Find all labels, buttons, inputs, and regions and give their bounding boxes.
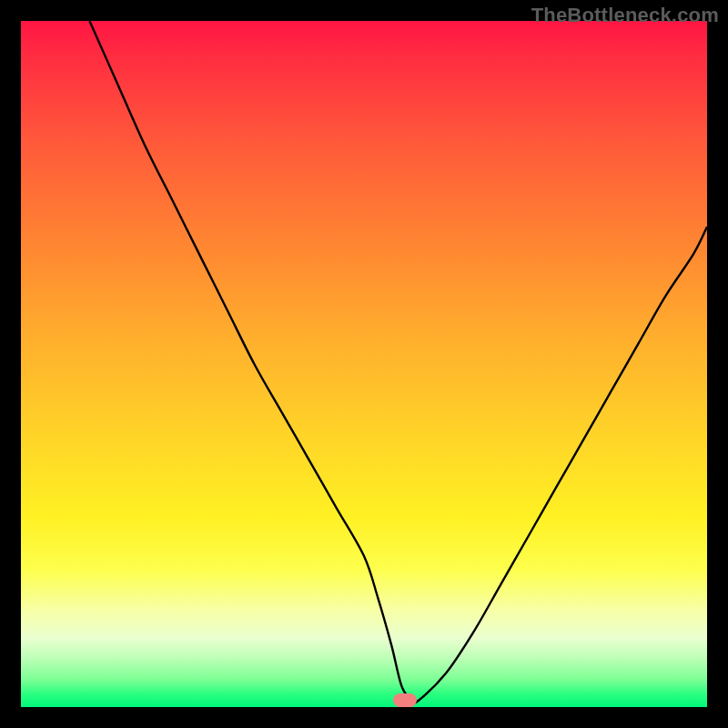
chart-frame: TheBottleneck.com [0,0,728,728]
gradient-background [21,21,707,707]
bottleneck-marker [393,693,417,707]
watermark-text: TheBottleneck.com [531,4,719,27]
